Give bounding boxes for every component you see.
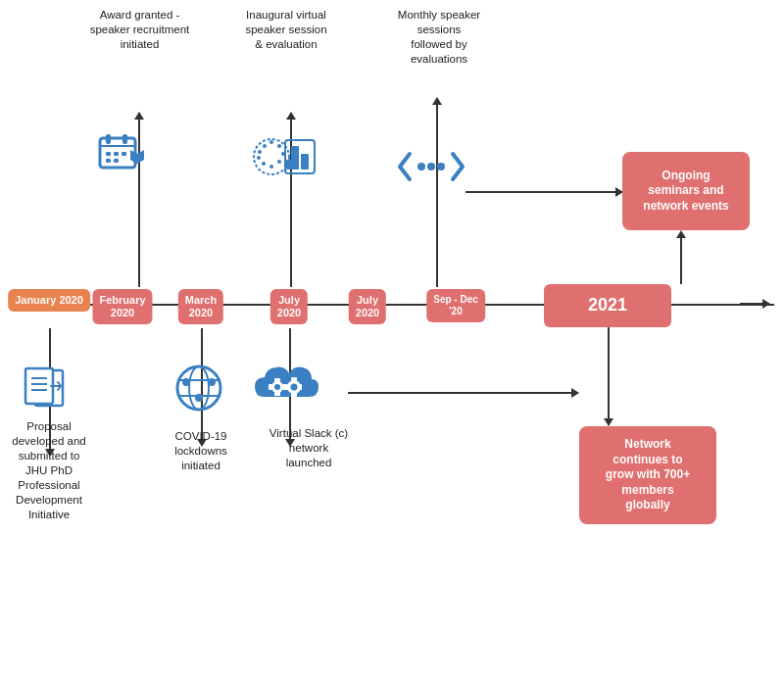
diagram: January 2020 February2020 March2020 July… bbox=[0, 0, 784, 680]
svg-point-24 bbox=[417, 163, 425, 170]
tl-jul2020a: July2020 bbox=[270, 289, 308, 324]
timeline-end-arrow bbox=[740, 303, 769, 305]
svg-rect-3 bbox=[122, 134, 127, 144]
svg-rect-22 bbox=[286, 160, 294, 170]
svg-point-39 bbox=[195, 394, 203, 402]
arrow-monthly bbox=[436, 98, 438, 287]
svg-rect-49 bbox=[291, 393, 297, 397]
tl-2021: 2021 bbox=[544, 284, 671, 327]
svg-rect-48 bbox=[291, 377, 297, 381]
icon-slack bbox=[250, 358, 328, 416]
tl-mar2020: March2020 bbox=[178, 289, 223, 324]
svg-marker-27 bbox=[676, 230, 686, 238]
icon-proposal bbox=[18, 363, 72, 412]
tl-jul2020b: July2020 bbox=[349, 289, 386, 324]
svg-rect-42 bbox=[274, 378, 280, 382]
svg-point-17 bbox=[270, 165, 273, 169]
curved-arrow-2021-ongoing bbox=[666, 230, 696, 289]
svg-point-37 bbox=[182, 378, 190, 386]
icon-virtual-session bbox=[250, 132, 318, 181]
arrow-2021-to-network bbox=[608, 327, 610, 425]
svg-rect-5 bbox=[114, 152, 119, 156]
svg-point-13 bbox=[270, 140, 273, 144]
icon-calendar bbox=[98, 132, 147, 176]
svg-point-18 bbox=[262, 162, 266, 166]
label-slack: Virtual Slack (c)networklaunched bbox=[265, 426, 353, 470]
svg-point-26 bbox=[437, 163, 445, 170]
svg-point-16 bbox=[277, 160, 281, 164]
svg-point-11 bbox=[258, 150, 262, 154]
svg-rect-2 bbox=[106, 134, 111, 144]
svg-rect-6 bbox=[122, 152, 126, 156]
label-monthly: Monthly speakersessionsfollowed byevalua… bbox=[380, 8, 498, 67]
box-ongoing: Ongoingseminars andnetwork events bbox=[622, 152, 750, 230]
tl-feb2020: February2020 bbox=[92, 289, 152, 324]
svg-point-19 bbox=[257, 156, 261, 160]
svg-marker-9 bbox=[130, 150, 144, 164]
icon-covid bbox=[165, 361, 233, 419]
icon-monthly-sessions bbox=[392, 142, 470, 191]
tl-sep2020: Sep - Dec'20 bbox=[426, 289, 485, 322]
svg-rect-29 bbox=[25, 368, 53, 404]
svg-point-47 bbox=[291, 384, 298, 391]
svg-rect-51 bbox=[298, 384, 302, 390]
svg-point-38 bbox=[208, 378, 216, 386]
label-inaugural: Inaugural virtualspeaker session& evalua… bbox=[227, 8, 345, 52]
label-award: Award granted -speaker recruitmentinitia… bbox=[83, 8, 196, 52]
svg-point-34 bbox=[189, 366, 209, 410]
tl-jan2020: January 2020 bbox=[8, 289, 90, 312]
svg-point-33 bbox=[177, 366, 220, 410]
svg-point-14 bbox=[277, 144, 281, 148]
label-covid: COVID-19lockdownsinitiated bbox=[157, 429, 245, 473]
label-proposal: Proposaldeveloped andsubmitted toJHU PhD… bbox=[5, 419, 93, 522]
svg-rect-4 bbox=[106, 152, 111, 156]
svg-point-12 bbox=[263, 144, 267, 148]
arrow-to-ongoing bbox=[466, 191, 622, 193]
svg-point-41 bbox=[274, 384, 280, 390]
arrow-to-network bbox=[348, 392, 578, 394]
svg-rect-7 bbox=[106, 159, 111, 163]
svg-rect-43 bbox=[274, 392, 280, 396]
svg-rect-21 bbox=[301, 154, 309, 170]
svg-rect-8 bbox=[114, 159, 119, 163]
svg-rect-50 bbox=[284, 384, 288, 390]
box-network: Networkcontinues togrow with 700+members… bbox=[579, 426, 716, 524]
svg-point-25 bbox=[427, 163, 435, 170]
svg-rect-44 bbox=[269, 384, 272, 390]
